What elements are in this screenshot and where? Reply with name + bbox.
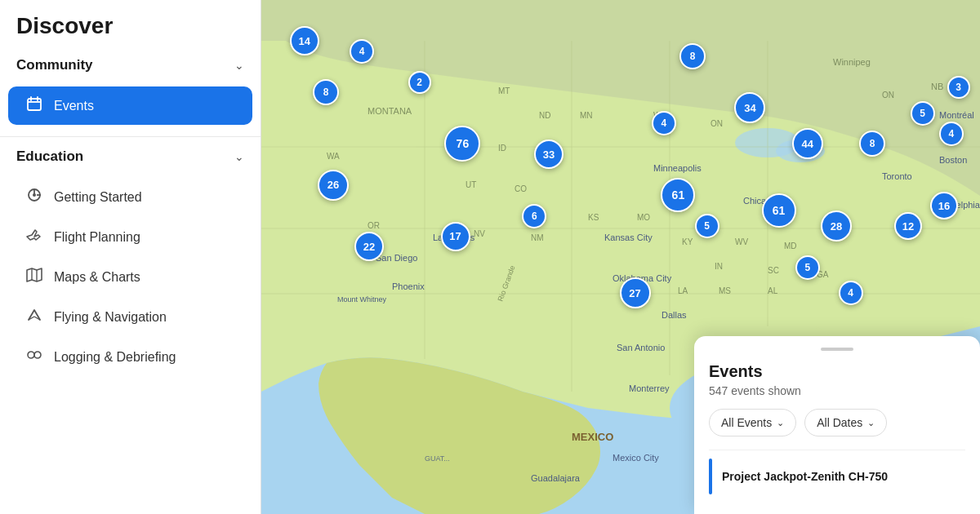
filter-all-events[interactable]: All Events ⌄ [709,409,796,436]
cluster-marker-c10[interactable]: 6 [522,204,546,228]
cluster-marker-c6[interactable]: 26 [318,170,349,201]
map-container[interactable]: MONTANA MT ND MN WI ON Winnipeg ON NB Mo… [261,0,980,514]
cluster-marker-c27[interactable]: 16 [930,192,958,219]
maps-charts-icon [24,267,44,287]
cluster-marker-c7[interactable]: 33 [534,140,564,169]
maps-charts-label: Maps & Charts [54,270,140,285]
cluster-marker-c8[interactable]: 22 [354,232,384,261]
page-title: Discover [0,0,261,49]
filter-all-dates[interactable]: All Dates ⌄ [804,409,887,436]
events-icon [24,95,44,116]
education-label: Education [16,148,83,165]
cluster-marker-c9[interactable]: 17 [441,222,470,251]
events-label: Events [54,99,94,113]
cluster-marker-c21[interactable]: 4 [839,281,863,305]
cluster-marker-c26[interactable]: 12 [894,212,922,240]
filter-all-events-chevron: ⌄ [777,418,784,428]
education-items: Getting Started Flight Planning Maps & C… [0,173,261,384]
event-info-1: Project Jackpot-Zenith CH-750 [722,470,965,483]
sidebar-item-logging-debriefing[interactable]: Logging & Debriefing [8,338,252,376]
flying-navigation-label: Flying & Navigation [54,310,167,325]
sidebar: Discover Community ⌄ Events Education ⌄ [0,0,261,514]
cluster-marker-c5[interactable]: 76 [444,126,480,162]
sidebar-item-getting-started[interactable]: Getting Started [8,178,252,216]
cluster-marker-c25[interactable]: 3 [947,76,970,99]
event-color-bar-1 [709,459,712,494]
svg-rect-0 [28,99,41,110]
svg-point-12 [28,352,34,358]
logging-debriefing-label: Logging & Debriefing [54,350,176,365]
divider-1 [0,136,261,137]
filter-row: All Events ⌄ All Dates ⌄ [709,409,965,436]
education-chevron-icon: ⌄ [234,150,244,163]
events-panel-title: Events [709,362,965,381]
cluster-marker-c20[interactable]: 5 [795,255,820,280]
svg-point-13 [34,352,41,358]
cluster-marker-c19[interactable]: 28 [821,210,852,241]
event-list-item-1[interactable]: Project Jackpot-Zenith CH-750 [709,450,965,503]
community-label: Community [16,57,93,73]
cluster-marker-c24[interactable]: 4 [939,122,964,146]
cluster-marker-c15[interactable]: 5 [695,214,719,238]
cluster-marker-c4[interactable]: 2 [408,71,431,94]
flying-navigation-icon [24,307,44,327]
filter-all-dates-chevron: ⌄ [867,418,875,428]
cluster-marker-c22[interactable]: 8 [859,131,885,157]
sidebar-item-maps-charts[interactable]: Maps & Charts [8,258,252,296]
cluster-marker-c16[interactable]: 27 [620,277,651,308]
sidebar-item-flying-navigation[interactable]: Flying & Navigation [8,298,252,336]
getting-started-label: Getting Started [54,190,142,205]
cluster-marker-c18[interactable]: 61 [762,193,796,228]
getting-started-icon [24,187,44,207]
sidebar-item-events[interactable]: Events [8,86,252,125]
sidebar-item-flight-planning[interactable]: Flight Planning [8,218,252,256]
cluster-marker-c1[interactable]: 14 [290,26,319,55]
community-chevron-icon: ⌄ [234,59,244,72]
events-panel-subtitle: 547 events shown [709,384,965,397]
logging-debriefing-icon [24,347,44,367]
community-items: Events [0,82,261,133]
cluster-marker-c14[interactable]: 61 [661,178,695,212]
cluster-marker-c11[interactable]: 8 [679,43,706,69]
education-section-header[interactable]: Education ⌄ [0,140,261,173]
panel-handle [821,348,853,351]
cluster-marker-c23[interactable]: 5 [911,101,935,126]
events-panel: Events 547 events shown All Events ⌄ All… [694,336,980,514]
cluster-marker-c13[interactable]: 4 [652,111,676,135]
flight-planning-label: Flight Planning [54,230,140,245]
cluster-marker-c2[interactable]: 4 [350,39,374,64]
event-name-1: Project Jackpot-Zenith CH-750 [722,470,965,483]
cluster-marker-c17[interactable]: 44 [792,128,823,159]
cluster-marker-c12[interactable]: 34 [734,92,765,123]
filter-all-events-label: All Events [721,416,772,429]
cluster-marker-c3[interactable]: 8 [313,79,339,105]
svg-point-7 [33,193,36,197]
community-section-header[interactable]: Community ⌄ [0,49,261,82]
flight-planning-icon [24,227,44,247]
filter-all-dates-label: All Dates [817,416,862,429]
